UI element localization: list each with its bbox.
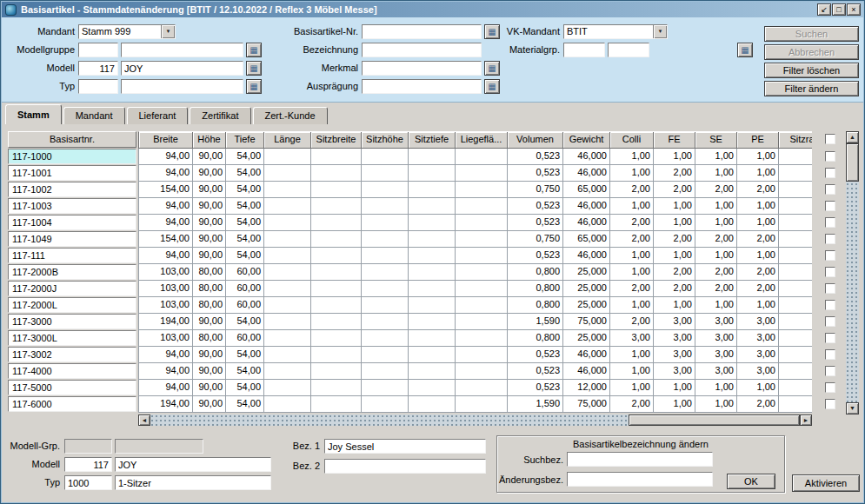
grid-cell[interactable]: 2,00 xyxy=(610,215,654,231)
grid-cell[interactable]: 103,00 xyxy=(139,264,193,281)
grid-cell[interactable]: 54,00 xyxy=(226,165,264,182)
grid-cell[interactable] xyxy=(779,297,812,314)
grid-cell[interactable] xyxy=(362,396,409,413)
row-checkbox[interactable] xyxy=(825,333,835,343)
basisartnr-item[interactable]: 117-2000L xyxy=(8,297,136,313)
grid-cell[interactable] xyxy=(311,215,362,231)
grid-cell[interactable] xyxy=(409,330,456,347)
grid-cell[interactable] xyxy=(409,396,456,413)
grid-cell[interactable] xyxy=(456,330,508,347)
grid-cell[interactable]: 2,00 xyxy=(695,281,737,297)
grid-cell[interactable]: 25,000 xyxy=(563,264,610,281)
grid-cell[interactable]: 90,00 xyxy=(193,231,226,248)
auspraegung-lookup-icon[interactable]: ▦ xyxy=(484,79,500,94)
column-header[interactable]: Breite xyxy=(139,132,193,149)
grid-cell[interactable] xyxy=(311,281,362,297)
grid-cell[interactable]: 94,00 xyxy=(139,198,193,215)
grid-cell[interactable]: 94,00 xyxy=(139,347,193,363)
grid-cell[interactable] xyxy=(264,264,311,281)
row-checkbox[interactable] xyxy=(825,201,835,211)
grid-cell[interactable] xyxy=(779,363,812,380)
chevron-down-icon[interactable]: ▼ xyxy=(653,25,667,38)
grid-cell[interactable]: 54,00 xyxy=(226,347,264,363)
grid-cell[interactable] xyxy=(362,363,409,380)
grid-cell[interactable] xyxy=(264,297,311,314)
grid-cell[interactable] xyxy=(456,314,508,330)
grid-cell[interactable]: 1,00 xyxy=(610,363,654,380)
grid-cell[interactable]: 54,00 xyxy=(226,248,264,264)
grid-cell[interactable]: 1,00 xyxy=(695,215,737,231)
grid-cell[interactable] xyxy=(456,396,508,413)
grid-cell[interactable]: 80,00 xyxy=(193,330,226,347)
grid-cell[interactable] xyxy=(362,330,409,347)
grid-cell[interactable]: 60,00 xyxy=(226,264,264,281)
grid-cell[interactable]: 103,00 xyxy=(139,330,193,347)
grid-cell[interactable]: 3,00 xyxy=(654,330,695,347)
grid-cell[interactable]: 3,00 xyxy=(654,314,695,330)
column-header[interactable]: PE xyxy=(737,132,779,149)
grid-cell[interactable]: 80,00 xyxy=(193,281,226,297)
modell-name-field[interactable] xyxy=(121,61,243,76)
grid-cell[interactable]: 1,00 xyxy=(695,396,737,413)
grid-cell[interactable]: 2,00 xyxy=(737,264,779,281)
grid-cell[interactable]: 1,00 xyxy=(610,380,654,396)
grid-cell[interactable] xyxy=(779,330,812,347)
grid-cell[interactable] xyxy=(362,347,409,363)
grid-cell[interactable] xyxy=(311,264,362,281)
grid-cell[interactable]: 46,000 xyxy=(563,363,610,380)
column-header[interactable]: Sitztiefe xyxy=(409,132,456,149)
grid-cell[interactable]: 94,00 xyxy=(139,149,193,165)
grid-cell[interactable]: 65,000 xyxy=(563,182,610,198)
minimize-icon[interactable]: ↙ xyxy=(817,3,831,16)
grid-cell[interactable] xyxy=(264,347,311,363)
grid-cell[interactable] xyxy=(362,215,409,231)
grid-cell[interactable] xyxy=(409,347,456,363)
row-checkbox[interactable] xyxy=(825,250,835,261)
basisartnr-item[interactable]: 117-6000 xyxy=(8,396,136,412)
grid-cell[interactable] xyxy=(264,165,311,182)
aenderungsbez-field[interactable] xyxy=(567,472,713,487)
grid-cell[interactable] xyxy=(311,347,362,363)
grid-cell[interactable]: 2,00 xyxy=(695,182,737,198)
grid-cell[interactable]: 60,00 xyxy=(226,330,264,347)
grid-cell[interactable]: 1,00 xyxy=(610,347,654,363)
grid-cell[interactable]: 0,523 xyxy=(508,380,563,396)
grid-cell[interactable]: 3,00 xyxy=(610,330,654,347)
footer-modell-name-field[interactable] xyxy=(115,457,271,472)
grid-cell[interactable] xyxy=(456,281,508,297)
grid-cell[interactable] xyxy=(311,363,362,380)
grid-cell[interactable]: 0,523 xyxy=(508,215,563,231)
grid-cell[interactable]: 90,00 xyxy=(193,347,226,363)
grid-cell[interactable]: 2,00 xyxy=(737,182,779,198)
grid-cell[interactable]: 1,00 xyxy=(695,380,737,396)
basisartnr-item[interactable]: 117-4000 xyxy=(8,363,136,379)
grid-cell[interactable] xyxy=(456,264,508,281)
basisartnr-item[interactable]: 117-2000J xyxy=(8,281,136,296)
grid-cell[interactable] xyxy=(779,380,812,396)
grid-cell[interactable]: 1,00 xyxy=(695,198,737,215)
grid-cell[interactable]: 1,00 xyxy=(737,198,779,215)
grid-cell[interactable]: 1,00 xyxy=(695,165,737,182)
modellgruppe-name-field[interactable] xyxy=(121,43,243,57)
grid-cell[interactable] xyxy=(409,380,456,396)
bez2-field[interactable] xyxy=(324,459,486,474)
grid-cell[interactable]: 2,00 xyxy=(695,231,737,248)
grid-cell[interactable] xyxy=(264,248,311,264)
row-checkbox[interactable] xyxy=(825,234,835,244)
column-header[interactable]: FE xyxy=(654,132,695,149)
grid-cell[interactable]: 25,000 xyxy=(563,330,610,347)
materialgrp-name-field[interactable] xyxy=(608,43,649,57)
grid-cell[interactable]: 1,00 xyxy=(737,215,779,231)
tab-zert-kunde[interactable]: Zert.-Kunde xyxy=(253,107,328,124)
grid-cell[interactable]: 54,00 xyxy=(226,314,264,330)
tab-zertifikat[interactable]: Zertifikat xyxy=(190,107,250,124)
grid-cell[interactable]: 90,00 xyxy=(193,182,226,198)
row-checkbox[interactable] xyxy=(825,366,835,376)
basisartikel-nr-field[interactable] xyxy=(362,24,482,39)
grid-cell[interactable]: 46,000 xyxy=(563,149,610,165)
suchbez-field[interactable] xyxy=(567,452,713,467)
grid-cell[interactable]: 2,00 xyxy=(654,264,695,281)
grid-cell[interactable]: 75,000 xyxy=(563,396,610,413)
row-checkbox[interactable] xyxy=(825,300,835,310)
modell-lookup-icon[interactable]: ▦ xyxy=(246,61,262,76)
